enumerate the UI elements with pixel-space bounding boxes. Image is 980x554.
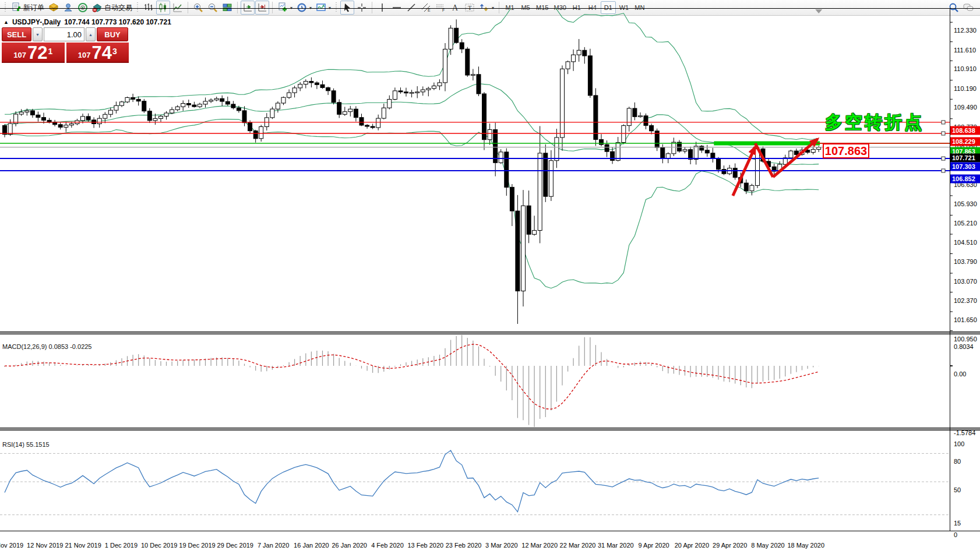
candles-layer (3, 19, 821, 324)
sell-price-big: 72 (27, 45, 47, 61)
ohlc-readout: 107.744 107.773 107.620 107.721 (64, 18, 171, 26)
sell-price-handle: 107 (13, 50, 26, 61)
rsi-indicator-label: RSI(14) 55.1515 (2, 441, 50, 448)
buy-price-display[interactable]: 107 74 3 (66, 43, 129, 63)
buy-price-big: 74 (91, 45, 111, 61)
support-band[interactable] (714, 142, 820, 146)
rsi-line (5, 450, 819, 512)
volume-decrease-button[interactable]: ▼ (33, 27, 43, 41)
macd-signal-line (5, 344, 819, 409)
chart-shift-marker[interactable] (815, 9, 822, 13)
macd-indicator-label: MACD(12,26,9) 0.0853 -0.0225 (2, 343, 91, 350)
one-click-trade-panel: SELL ▼ ▲ BUY 107 72 1 107 74 3 (2, 27, 129, 63)
symbol-period-label: USDJPY-,Daily (12, 18, 61, 26)
sell-price-pip: 1 (48, 41, 52, 61)
buy-price-pip: 3 (112, 41, 117, 61)
turning-point-annotation: 多空转折点 (825, 111, 924, 135)
chart-area[interactable] (0, 16, 980, 554)
volume-input[interactable] (44, 27, 84, 41)
mt4-window: 新订单 自动交易 (0, 0, 980, 554)
price-callout-label[interactable]: 107.863 (823, 143, 869, 158)
volume-increase-button[interactable]: ▲ (86, 27, 96, 41)
chart-canvas[interactable] (0, 0, 980, 554)
sell-price-display[interactable]: 107 72 1 (2, 43, 65, 63)
buy-price-handle: 107 (78, 50, 91, 61)
chart-title: ▲ USDJPY-,Daily 107.744 107.773 107.620 … (3, 18, 171, 26)
one-click-toggle-icon[interactable]: ▲ (3, 19, 9, 25)
sell-button[interactable]: SELL (2, 27, 31, 41)
macd-histogram (5, 335, 819, 427)
buy-button[interactable]: BUY (97, 27, 128, 41)
